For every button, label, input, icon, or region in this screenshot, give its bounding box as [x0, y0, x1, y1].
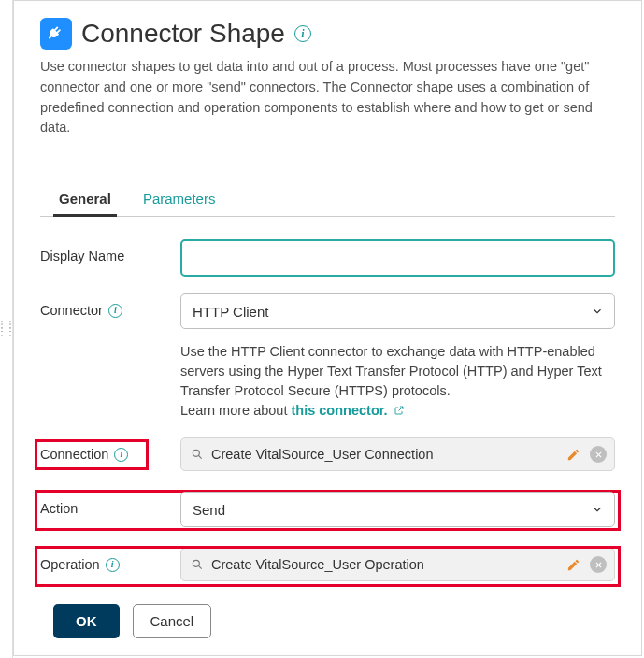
action-label: Action	[40, 501, 78, 516]
info-icon[interactable]: i	[294, 25, 311, 42]
connection-value: Create VitalSource_User Connection	[211, 447, 556, 462]
external-link-icon	[394, 402, 405, 413]
connector-select[interactable]: HTTP Client	[180, 293, 615, 329]
svg-line-1	[198, 456, 201, 459]
connector-plug-icon	[40, 18, 72, 50]
action-select[interactable]: Send	[180, 492, 615, 527]
row-connector: Connector i HTTP Client Use the HTTP Cli…	[40, 293, 615, 421]
footer-buttons: OK Cancel	[53, 604, 211, 638]
connector-help-prefix: Learn more about	[180, 403, 292, 418]
drag-handle-icon[interactable]: ⋮⋮⋮⋮⋮⋮	[0, 322, 14, 334]
operation-lookup[interactable]: Create VitalSource_User Operation	[180, 548, 615, 581]
cancel-button[interactable]: Cancel	[133, 604, 212, 638]
display-name-label: Display Name	[40, 239, 180, 264]
row-display-name: Display Name	[40, 239, 615, 277]
clear-icon[interactable]	[590, 446, 607, 463]
info-icon[interactable]: i	[106, 558, 120, 572]
info-icon[interactable]: i	[114, 448, 128, 462]
action-select-value: Send	[193, 502, 225, 518]
panel-header: Connector Shape i	[40, 18, 615, 50]
connection-label: Connection	[40, 447, 108, 462]
edit-icon[interactable]	[564, 445, 582, 464]
operation-label: Operation	[40, 557, 100, 572]
page-title: Connector Shape	[81, 19, 285, 49]
tab-general[interactable]: General	[57, 185, 113, 216]
connector-help-text: Use the HTTP Client connector to exchang…	[180, 344, 602, 398]
connector-helper: Use the HTTP Client connector to exchang…	[180, 342, 615, 421]
search-icon	[191, 558, 204, 571]
intro-text: Use connector shapes to get data into an…	[40, 57, 615, 138]
edit-icon[interactable]	[564, 555, 582, 574]
svg-line-5	[198, 566, 201, 569]
left-rail: ⋮⋮⋮⋮⋮⋮	[0, 0, 13, 658]
connector-label: Connector	[40, 303, 103, 318]
clear-icon[interactable]	[590, 556, 607, 573]
operation-value: Create VitalSource_User Operation	[211, 557, 556, 572]
svg-point-4	[193, 560, 199, 566]
search-icon	[191, 448, 204, 461]
ok-button[interactable]: OK	[53, 604, 120, 638]
svg-point-0	[193, 450, 199, 456]
tab-parameters[interactable]: Parameters	[141, 185, 218, 216]
chevron-down-icon	[591, 503, 604, 516]
connector-select-value: HTTP Client	[193, 304, 268, 320]
info-icon[interactable]: i	[108, 304, 122, 318]
row-connection: Connection i Create VitalSource_User Con…	[40, 437, 615, 471]
chevron-down-icon	[591, 305, 604, 318]
display-name-input[interactable]	[180, 239, 615, 277]
row-action: Action Send	[40, 492, 615, 527]
connector-shape-panel: Connector Shape i Use connector shapes t…	[13, 0, 642, 656]
connector-learn-more-link[interactable]: this connector.	[292, 403, 405, 418]
row-operation: Operation i Create VitalSource_User Oper…	[40, 548, 615, 581]
connection-lookup[interactable]: Create VitalSource_User Connection	[180, 437, 615, 471]
tabs: General Parameters	[40, 185, 615, 217]
